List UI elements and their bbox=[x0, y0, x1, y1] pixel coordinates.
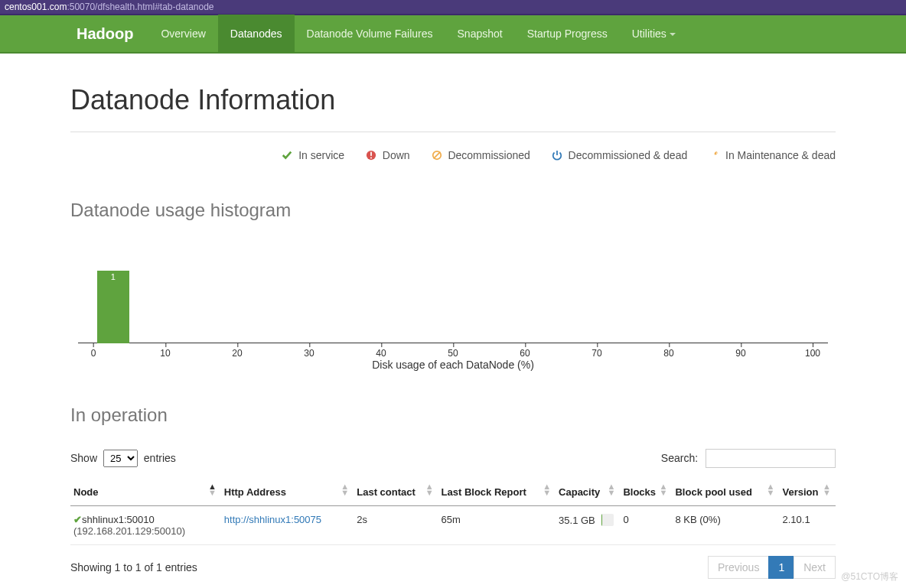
col-capacity[interactable]: Capacity▲▼ bbox=[556, 479, 620, 506]
cell-blocks: 0 bbox=[620, 506, 672, 545]
x-tick: 30 bbox=[304, 348, 314, 359]
table-info: Showing 1 to 1 of 1 entries bbox=[70, 561, 197, 573]
col-label: Capacity bbox=[559, 486, 600, 498]
main-navbar: Hadoop OverviewDatanodesDatanode Volume … bbox=[0, 15, 906, 54]
sort-icon: ▲▼ bbox=[208, 483, 217, 495]
datatable-controls: Show 25 entries Search: bbox=[70, 449, 836, 468]
x-tick: 70 bbox=[592, 348, 601, 359]
svg-line-4 bbox=[433, 152, 440, 159]
pager-prev[interactable]: Previous bbox=[708, 556, 769, 579]
col-node[interactable]: Node▲▼ bbox=[70, 479, 221, 506]
page-size-select[interactable]: 25 bbox=[103, 450, 138, 467]
http-address-link[interactable]: http://shhlinux1:50075 bbox=[224, 514, 321, 525]
x-tick: 100 bbox=[805, 348, 820, 359]
legend-maintenance-dead: In Maintenance & dead bbox=[709, 149, 836, 161]
col-label: Block pool used bbox=[675, 486, 751, 498]
sort-icon: ▲▼ bbox=[425, 483, 434, 495]
down-icon bbox=[366, 150, 376, 161]
legend-decommissioned: Decommissioned bbox=[432, 149, 530, 161]
legend-label: Decommissioned bbox=[448, 149, 530, 161]
x-tick: 60 bbox=[520, 348, 530, 359]
col-label: Version bbox=[782, 486, 818, 498]
search-label: Search: bbox=[661, 452, 698, 464]
check-icon bbox=[282, 150, 292, 161]
legend-in-service: In service bbox=[282, 149, 344, 161]
legend-label: Decommissioned & dead bbox=[569, 149, 688, 161]
cell-block-pool-used: 8 KB (0%) bbox=[672, 506, 779, 545]
usage-histogram-chart: Disk usage of each DataNode (%) 10102030… bbox=[78, 244, 828, 359]
nav-item-datanode-volume-failures[interactable]: Datanode Volume Failures bbox=[295, 15, 445, 53]
browser-url-bar[interactable]: centos001.com:50070/dfshealth.html#tab-d… bbox=[0, 0, 906, 15]
nav-item-startup-progress[interactable]: Startup Progress bbox=[515, 15, 620, 53]
cell-last-block-report: 65m bbox=[438, 506, 556, 545]
capacity-bar bbox=[601, 514, 614, 526]
legend-label: In service bbox=[298, 149, 344, 161]
nav-item-overview[interactable]: Overview bbox=[148, 15, 217, 53]
col-label: Last contact bbox=[357, 486, 416, 498]
col-label: Http Address bbox=[224, 486, 286, 498]
x-tick: 80 bbox=[663, 348, 673, 359]
pager-page-1[interactable]: 1 bbox=[768, 556, 794, 579]
power-icon bbox=[552, 150, 562, 161]
capacity-fill bbox=[601, 514, 602, 526]
pager-next[interactable]: Next bbox=[794, 556, 836, 579]
x-tick: 10 bbox=[160, 348, 170, 359]
nav-item-datanodes[interactable]: Datanodes bbox=[218, 15, 295, 53]
col-http-address[interactable]: Http Address▲▼ bbox=[221, 479, 354, 506]
cell-version: 2.10.1 bbox=[779, 506, 836, 545]
pagination: Previous 1 Next bbox=[709, 556, 836, 579]
nav-item-utilities[interactable]: Utilities bbox=[620, 15, 688, 53]
sort-icon: ▲▼ bbox=[823, 483, 831, 495]
show-label-pre: Show bbox=[70, 452, 97, 464]
x-tick: 50 bbox=[448, 348, 458, 359]
legend-label: In Maintenance & dead bbox=[725, 149, 836, 161]
node-name: shhlinux1:50010 bbox=[82, 514, 155, 525]
col-version[interactable]: Version▲▼ bbox=[779, 479, 836, 506]
col-blocks[interactable]: Blocks▲▼ bbox=[620, 479, 672, 506]
legend-down: Down bbox=[366, 149, 410, 161]
chevron-down-icon bbox=[670, 33, 676, 36]
col-last-contact[interactable]: Last contact▲▼ bbox=[354, 479, 438, 506]
search-control: Search: bbox=[661, 449, 836, 468]
col-block-pool-used[interactable]: Block pool used▲▼ bbox=[672, 479, 779, 506]
sort-icon: ▲▼ bbox=[660, 483, 668, 495]
cell-last-contact: 2s bbox=[354, 506, 438, 545]
url-path: :50070/dfshealth.html#tab-datanode bbox=[67, 2, 213, 12]
sort-icon: ▲▼ bbox=[608, 483, 616, 495]
in-operation-heading: In operation bbox=[70, 404, 836, 426]
page-size-control: Show 25 entries bbox=[70, 450, 176, 467]
svg-rect-2 bbox=[370, 158, 372, 159]
x-tick: 90 bbox=[735, 348, 745, 359]
show-label-post: entries bbox=[144, 452, 176, 464]
check-icon: ✔ bbox=[73, 514, 82, 525]
histogram-heading: Datanode usage histogram bbox=[70, 200, 836, 221]
divider bbox=[70, 132, 836, 132]
wrench-icon bbox=[709, 150, 719, 161]
search-input[interactable] bbox=[706, 449, 836, 468]
capacity-text: 35.1 GB bbox=[559, 515, 595, 526]
col-label: Last Block Report bbox=[442, 486, 526, 498]
x-tick: 0 bbox=[91, 348, 96, 359]
x-tick: 40 bbox=[376, 348, 386, 359]
decommissioned-icon bbox=[432, 150, 442, 161]
histogram-bar: 1 bbox=[97, 271, 129, 343]
status-legend: In service Down Decommissioned Decommiss… bbox=[70, 145, 836, 184]
cell-http: http://shhlinux1:50075 bbox=[221, 506, 354, 545]
node-addr: (192.168.201.129:50010) bbox=[73, 525, 185, 537]
brand-logo[interactable]: Hadoop bbox=[77, 25, 133, 43]
cell-capacity: 35.1 GB bbox=[556, 506, 620, 545]
sort-icon: ▲▼ bbox=[543, 483, 551, 495]
svg-rect-1 bbox=[370, 152, 372, 156]
table-row: ✔shhlinux1:50010(192.168.201.129:50010)h… bbox=[70, 506, 836, 545]
url-host: centos001.com bbox=[5, 2, 67, 12]
col-last-block-report[interactable]: Last Block Report▲▼ bbox=[438, 479, 556, 506]
x-tick: 20 bbox=[232, 348, 242, 359]
datanode-table: Node▲▼Http Address▲▼Last contact▲▼Last B… bbox=[70, 479, 836, 545]
page-title: Datanode Information bbox=[70, 84, 836, 116]
col-label: Node bbox=[73, 486, 99, 498]
datatable-footer: Showing 1 to 1 of 1 entries Previous 1 N… bbox=[70, 556, 836, 579]
sort-icon: ▲▼ bbox=[341, 483, 349, 495]
x-axis-label: Disk usage of each DataNode (%) bbox=[372, 359, 534, 371]
nav-item-snapshot[interactable]: Snapshot bbox=[445, 15, 515, 53]
legend-label: Down bbox=[383, 149, 410, 161]
